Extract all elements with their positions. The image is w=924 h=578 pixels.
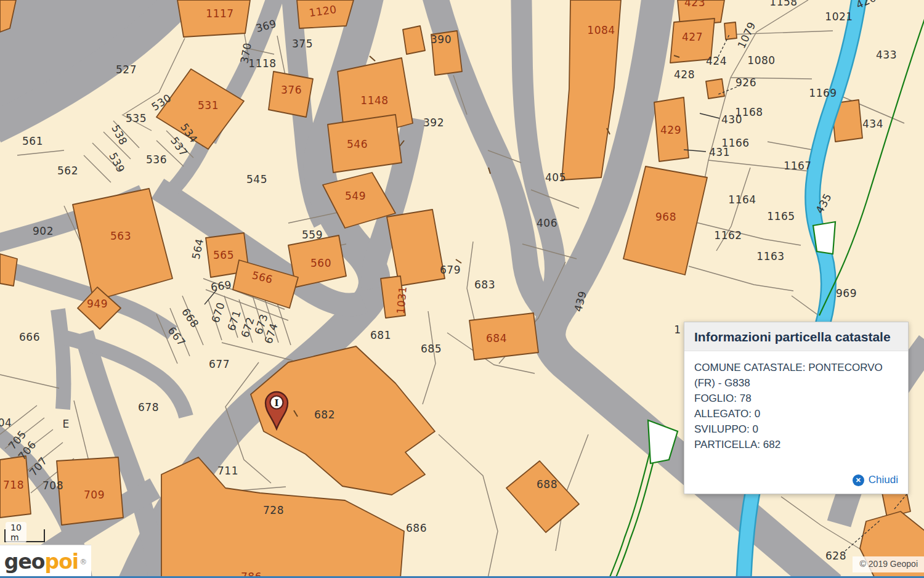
popup-body: COMUNE CATASTALE: PONTECORVO (FR) - G838…: [684, 351, 908, 452]
popup-info-line: COMUNE CATASTALE: PONTECORVO (FR) - G838: [694, 360, 897, 391]
logo-registered-mark: ®: [79, 558, 87, 566]
popup-title: Informazioni particella catastale: [694, 330, 898, 344]
close-button[interactable]: ✕ Chiudi: [853, 474, 898, 486]
logo-poi: poi: [45, 550, 79, 574]
popup-info-line: PARTICELLA: 682: [694, 437, 897, 452]
logo-geo: geo: [4, 550, 45, 574]
map-viewport[interactable]: I 11173691120375370111839052753137611483…: [0, 0, 924, 578]
marker-glyph: I: [274, 397, 278, 409]
popup-footer: ✕ Chiudi: [853, 474, 898, 487]
info-popup: Informazioni particella catastale COMUNE…: [684, 322, 909, 494]
geopoi-logo: geopoi®: [0, 545, 91, 578]
scale-label: 10 m: [6, 522, 26, 543]
popup-info-line: SVILUPPO: 0: [694, 421, 897, 437]
close-icon: ✕: [853, 474, 864, 486]
popup-info-line: ALLEGATO: 0: [694, 406, 897, 421]
popup-info-line: FOGLIO: 78: [694, 391, 897, 406]
copyright: © 2019 Geopoi: [853, 556, 924, 572]
close-label: Chiudi: [869, 474, 898, 486]
popup-header: Informazioni particella catastale: [684, 322, 908, 351]
